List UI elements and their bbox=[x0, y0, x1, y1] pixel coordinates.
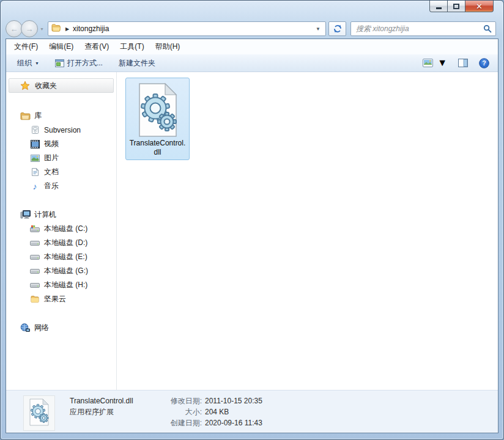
sidebar-item-favorites[interactable]: 收藏夹 bbox=[9, 78, 114, 93]
drive-icon bbox=[29, 253, 40, 261]
documents-label: 文档 bbox=[44, 167, 59, 177]
drive-d-label: 本地磁盘 (D:) bbox=[44, 238, 87, 248]
search-placeholder: 搜索 xitongzhijia bbox=[356, 24, 483, 34]
drive-h-label: 本地磁盘 (H:) bbox=[44, 280, 87, 290]
details-file-icon bbox=[23, 395, 55, 431]
sidebar-item-music[interactable]: ♪ 音乐 bbox=[6, 179, 116, 193]
drive-icon bbox=[29, 281, 40, 289]
preview-pane-button[interactable] bbox=[456, 57, 470, 69]
title-bar[interactable]: ✕ bbox=[1, 1, 503, 19]
videos-label: 视频 bbox=[44, 139, 59, 149]
menu-file[interactable]: 文件(F) bbox=[9, 40, 43, 54]
help-icon: ? bbox=[479, 58, 489, 68]
sidebar-item-drive-c[interactable]: 本地磁盘 (C:) bbox=[6, 222, 116, 236]
documents-icon bbox=[29, 167, 40, 177]
client-area: 文件(F) 编辑(E) 查看(V) 工具(T) 帮助(H) 组织 ▼ 打开方式.… bbox=[6, 38, 498, 433]
sidebar-item-videos[interactable]: 视频 bbox=[6, 137, 116, 151]
refresh-icon bbox=[333, 24, 343, 34]
forward-arrow-icon: → bbox=[26, 24, 34, 34]
views-icon bbox=[423, 59, 433, 67]
sidebar-item-network[interactable]: 网络 bbox=[6, 321, 116, 335]
search-icon[interactable] bbox=[483, 24, 492, 33]
views-button[interactable]: ▼ bbox=[420, 56, 450, 70]
computer-label: 计算机 bbox=[34, 210, 56, 220]
menu-edit[interactable]: 编辑(E) bbox=[43, 40, 79, 54]
new-folder-button[interactable]: 新建文件夹 bbox=[114, 56, 160, 71]
drive-e-label: 本地磁盘 (E:) bbox=[44, 252, 87, 262]
minimize-button[interactable] bbox=[429, 1, 448, 12]
folder-icon bbox=[51, 23, 61, 35]
menu-bar: 文件(F) 编辑(E) 查看(V) 工具(T) 帮助(H) bbox=[6, 39, 498, 54]
drive-icon bbox=[29, 239, 40, 247]
open-with-label: 打开方式... bbox=[67, 58, 103, 68]
pictures-icon bbox=[29, 155, 40, 162]
network-group: 网络 bbox=[6, 321, 116, 335]
sidebar-item-subversion[interactable]: Subversion bbox=[6, 123, 116, 137]
size-value: 204 KB bbox=[205, 408, 229, 416]
menu-help[interactable]: 帮助(H) bbox=[150, 40, 186, 54]
maximize-icon bbox=[453, 4, 459, 9]
videos-icon bbox=[29, 140, 40, 148]
breadcrumb-path[interactable]: xitongzhijia bbox=[73, 24, 313, 33]
forward-button[interactable]: → bbox=[21, 20, 38, 37]
file-name-label: TranslateControl.dll bbox=[127, 139, 188, 157]
back-arrow-icon: ← bbox=[10, 24, 18, 34]
menu-tools[interactable]: 工具(T) bbox=[114, 40, 149, 54]
close-button[interactable]: ✕ bbox=[465, 1, 494, 12]
pictures-label: 图片 bbox=[44, 153, 59, 163]
back-button[interactable]: ← bbox=[6, 20, 23, 37]
computer-icon bbox=[20, 210, 31, 219]
subversion-library-icon bbox=[29, 125, 40, 134]
drive-icon bbox=[29, 267, 40, 275]
modified-date-value: 2011-10-15 20:35 bbox=[205, 397, 262, 405]
modified-date-label: 修改日期: bbox=[163, 396, 202, 406]
music-icon: ♪ bbox=[29, 182, 40, 191]
drive-c-label: 本地磁盘 (C:) bbox=[44, 224, 87, 234]
minimize-icon bbox=[436, 7, 442, 9]
explorer-body: 收藏夹 库 bbox=[6, 72, 498, 390]
svg-text:?: ? bbox=[482, 59, 486, 67]
sidebar-item-documents[interactable]: 文档 bbox=[6, 165, 116, 179]
sidebar-item-nutstore[interactable]: 坚果云 bbox=[6, 292, 116, 306]
details-file-name: TranslateControl.dll bbox=[70, 395, 163, 406]
sidebar-item-computer[interactable]: 计算机 bbox=[6, 208, 116, 222]
open-with-button[interactable]: 打开方式... bbox=[50, 56, 108, 71]
sidebar-item-drive-d[interactable]: 本地磁盘 (D:) bbox=[6, 236, 116, 250]
organize-button[interactable]: 组织 ▼ bbox=[12, 56, 44, 71]
file-list-area[interactable]: TranslateControl.dll bbox=[117, 72, 498, 390]
close-icon: ✕ bbox=[476, 2, 483, 10]
breadcrumb-arrow-icon[interactable]: ▶ bbox=[65, 26, 69, 32]
organize-label: 组织 bbox=[17, 58, 32, 68]
toolbar-right-icons: ▼ ? bbox=[420, 56, 492, 70]
created-date-value: 2020-09-16 11:43 bbox=[205, 419, 262, 427]
views-dropdown-icon: ▼ bbox=[437, 57, 447, 68]
created-date-label: 创建日期: bbox=[163, 418, 202, 428]
drive-g-label: 本地磁盘 (G:) bbox=[44, 266, 88, 276]
menu-view[interactable]: 查看(V) bbox=[79, 40, 114, 54]
sidebar-item-drive-e[interactable]: 本地磁盘 (E:) bbox=[6, 250, 116, 264]
network-icon bbox=[20, 323, 31, 332]
sidebar-item-drive-h[interactable]: 本地磁盘 (H:) bbox=[6, 278, 116, 292]
star-icon bbox=[20, 81, 30, 90]
address-bar[interactable]: ▶ xitongzhijia ▼ bbox=[48, 21, 326, 36]
search-input[interactable]: 搜索 xitongzhijia bbox=[350, 21, 496, 36]
sidebar-item-pictures[interactable]: 图片 bbox=[6, 151, 116, 165]
nutstore-label: 坚果云 bbox=[44, 294, 66, 304]
system-drive-icon bbox=[29, 225, 40, 233]
libraries-label: 库 bbox=[34, 111, 42, 121]
size-label: 大小: bbox=[163, 407, 202, 417]
open-with-icon bbox=[55, 59, 64, 67]
sidebar-item-libraries[interactable]: 库 bbox=[6, 109, 116, 123]
address-dropdown-icon[interactable]: ▼ bbox=[313, 26, 323, 32]
file-item-selected[interactable]: TranslateControl.dll bbox=[125, 78, 190, 160]
network-label: 网络 bbox=[34, 323, 49, 333]
sidebar-item-drive-g[interactable]: 本地磁盘 (G:) bbox=[6, 264, 116, 278]
music-label: 音乐 bbox=[44, 181, 59, 191]
libraries-icon bbox=[20, 111, 31, 120]
navigation-bar: ← → ▼ ▶ xitongzhijia ▼ 搜索 xitongzhijia bbox=[1, 19, 503, 38]
help-button[interactable]: ? bbox=[476, 56, 492, 70]
dll-file-icon bbox=[127, 80, 188, 139]
maximize-button[interactable] bbox=[448, 1, 465, 12]
refresh-button[interactable] bbox=[328, 21, 346, 36]
recent-pages-dropdown[interactable]: ▼ bbox=[40, 27, 44, 31]
